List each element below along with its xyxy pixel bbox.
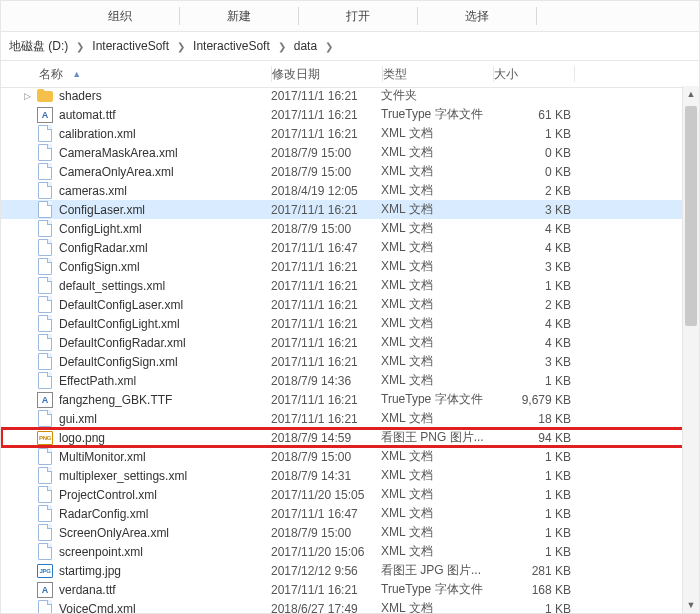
file-row[interactable]: VoiceCmd.xml2018/6/27 17:49XML 文档1 KB (1, 599, 699, 613)
file-row[interactable]: DefaultConfigLight.xml2017/11/1 16:21XML… (1, 314, 699, 333)
file-name: automat.ttf (59, 108, 271, 122)
col-header-name[interactable]: 名称 ▲ (1, 66, 271, 83)
file-row[interactable]: calibration.xml2017/11/1 16:21XML 文档1 KB (1, 124, 699, 143)
menu-new[interactable]: 新建 (180, 8, 298, 25)
expand-icon[interactable]: ▷ (24, 91, 31, 101)
file-type: XML 文档 (381, 486, 491, 503)
scroll-up-icon[interactable]: ▲ (683, 86, 699, 102)
file-type: XML 文档 (381, 410, 491, 427)
file-name: DefaultConfigRadar.xml (59, 336, 271, 350)
file-size: 4 KB (491, 241, 579, 255)
file-row[interactable]: PNGlogo.png2018/7/9 14:59看图王 PNG 图片...94… (1, 428, 699, 447)
file-date: 2018/4/19 12:05 (271, 184, 381, 198)
file-row[interactable]: default_settings.xml2017/11/1 16:21XML 文… (1, 276, 699, 295)
file-name: fangzheng_GBK.TTF (59, 393, 271, 407)
file-row[interactable]: EffectPath.xml2018/7/9 14:36XML 文档1 KB (1, 371, 699, 390)
file-type: XML 文档 (381, 524, 491, 541)
file-date: 2017/11/1 16:21 (271, 279, 381, 293)
file-row[interactable]: DefaultConfigSign.xml2017/11/1 16:21XML … (1, 352, 699, 371)
file-date: 2018/7/9 15:00 (271, 450, 381, 464)
file-type: XML 文档 (381, 448, 491, 465)
file-type: XML 文档 (381, 505, 491, 522)
breadcrumb[interactable]: 地磁盘 (D:) ❯ InteractiveSoft ❯ Interactive… (1, 32, 699, 61)
file-row[interactable]: cameras.xml2018/4/19 12:05XML 文档2 KB (1, 181, 699, 200)
file-date: 2018/7/9 15:00 (271, 165, 381, 179)
file-date: 2017/11/1 16:21 (271, 393, 381, 407)
file-name: ConfigSign.xml (59, 260, 271, 274)
file-row[interactable]: Aautomat.ttf2017/11/1 16:21TrueType 字体文件… (1, 105, 699, 124)
file-type: XML 文档 (381, 220, 491, 237)
file-row[interactable]: ConfigSign.xml2017/11/1 16:21XML 文档3 KB (1, 257, 699, 276)
file-type: 看图王 PNG 图片... (381, 429, 491, 446)
file-row[interactable]: multiplexer_settings.xml2018/7/9 14:31XM… (1, 466, 699, 485)
column-headers: 名称 ▲ 修改日期 类型 大小 (1, 61, 699, 88)
file-icon (37, 468, 53, 484)
file-icon (37, 601, 53, 614)
file-size: 1 KB (491, 545, 579, 559)
file-row[interactable]: ConfigLight.xml2018/7/9 15:00XML 文档4 KB (1, 219, 699, 238)
file-name: screenpoint.xml (59, 545, 271, 559)
scroll-track[interactable] (683, 102, 699, 597)
menu-organize[interactable]: 组织 (61, 8, 179, 25)
file-icon (37, 240, 53, 256)
font-file-icon: A (37, 107, 53, 123)
file-icon (37, 297, 53, 313)
file-row[interactable]: ConfigRadar.xml2017/11/1 16:47XML 文档4 KB (1, 238, 699, 257)
file-row[interactable]: DefaultConfigLaser.xml2017/11/1 16:21XML… (1, 295, 699, 314)
file-row[interactable]: ▷shaders2017/11/1 16:21文件夹 (1, 86, 699, 105)
file-date: 2017/11/1 16:21 (271, 336, 381, 350)
file-row[interactable]: DefaultConfigRadar.xml2017/11/1 16:21XML… (1, 333, 699, 352)
file-row[interactable]: JPGstartimg.jpg2017/12/12 9:56看图王 JPG 图片… (1, 561, 699, 580)
file-name: shaders (59, 89, 271, 103)
file-row[interactable]: ScreenOnlyArea.xml2018/7/9 15:00XML 文档1 … (1, 523, 699, 542)
file-name: DefaultConfigSign.xml (59, 355, 271, 369)
file-name: multiplexer_settings.xml (59, 469, 271, 483)
menu-open[interactable]: 打开 (299, 8, 417, 25)
file-icon (37, 373, 53, 389)
file-name: DefaultConfigLight.xml (59, 317, 271, 331)
breadcrumb-drive[interactable]: 地磁盘 (D:) (5, 38, 72, 55)
col-header-type[interactable]: 类型 (383, 66, 493, 83)
row-expander[interactable]: ▷ (1, 91, 37, 101)
file-row[interactable]: MultiMonitor.xml2018/7/9 15:00XML 文档1 KB (1, 447, 699, 466)
file-date: 2017/11/1 16:21 (271, 583, 381, 597)
file-row[interactable]: Afangzheng_GBK.TTF2017/11/1 16:21TrueTyp… (1, 390, 699, 409)
file-row[interactable]: ConfigLaser.xml2017/11/1 16:21XML 文档3 KB (1, 200, 699, 219)
file-type: TrueType 字体文件 (381, 106, 491, 123)
file-date: 2017/11/1 16:47 (271, 507, 381, 521)
file-icon (37, 316, 53, 332)
file-date: 2017/11/20 15:06 (271, 545, 381, 559)
file-row[interactable]: gui.xml2017/11/1 16:21XML 文档18 KB (1, 409, 699, 428)
breadcrumb-item[interactable]: InteractiveSoft (189, 39, 274, 53)
menu-separator (536, 7, 537, 25)
menu-select[interactable]: 选择 (418, 8, 536, 25)
file-name: CameraMaskArea.xml (59, 146, 271, 160)
scroll-down-icon[interactable]: ▼ (683, 597, 699, 613)
file-type: XML 文档 (381, 334, 491, 351)
file-icon (37, 183, 53, 199)
file-row[interactable]: CameraMaskArea.xml2018/7/9 15:00XML 文档0 … (1, 143, 699, 162)
file-row[interactable]: Averdana.ttf2017/11/1 16:21TrueType 字体文件… (1, 580, 699, 599)
file-icon (37, 335, 53, 351)
file-row[interactable]: RadarConfig.xml2017/11/1 16:47XML 文档1 KB (1, 504, 699, 523)
breadcrumb-item[interactable]: InteractiveSoft (88, 39, 173, 53)
file-size: 1 KB (491, 507, 579, 521)
col-header-size[interactable]: 大小 (494, 66, 574, 83)
sort-asc-icon: ▲ (72, 69, 81, 79)
file-row[interactable]: screenpoint.xml2017/11/20 15:06XML 文档1 K… (1, 542, 699, 561)
file-size: 1 KB (491, 450, 579, 464)
file-icon (37, 544, 53, 560)
vertical-scrollbar[interactable]: ▲ ▼ (682, 86, 699, 613)
breadcrumb-item[interactable]: data (290, 39, 321, 53)
file-icon (37, 411, 53, 427)
file-date: 2018/7/9 15:00 (271, 526, 381, 540)
file-size: 3 KB (491, 355, 579, 369)
col-header-date[interactable]: 修改日期 (272, 66, 382, 83)
file-type: XML 文档 (381, 277, 491, 294)
file-row[interactable]: CameraOnlyArea.xml2018/7/9 15:00XML 文档0 … (1, 162, 699, 181)
file-icon (37, 449, 53, 465)
file-row[interactable]: ProjectControl.xml2017/11/20 15:05XML 文档… (1, 485, 699, 504)
file-size: 4 KB (491, 222, 579, 236)
file-type: XML 文档 (381, 353, 491, 370)
scroll-thumb[interactable] (685, 106, 697, 326)
